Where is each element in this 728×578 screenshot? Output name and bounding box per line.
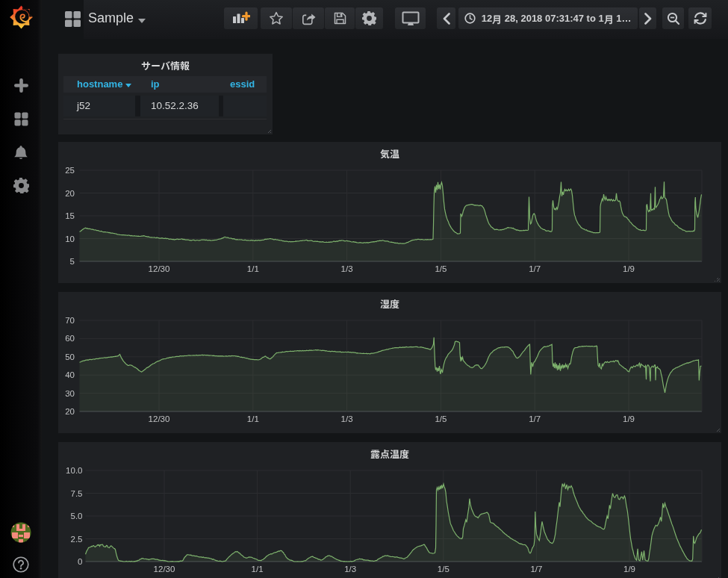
svg-text:1/3: 1/3 bbox=[341, 414, 353, 423]
svg-text:1/1: 1/1 bbox=[252, 565, 264, 574]
svg-text:15: 15 bbox=[65, 211, 75, 220]
svg-text:1/7: 1/7 bbox=[530, 565, 542, 574]
svg-text:20: 20 bbox=[65, 189, 75, 198]
svg-text:7.5: 7.5 bbox=[71, 489, 83, 498]
svg-text:12/30: 12/30 bbox=[154, 565, 175, 574]
svg-text:10: 10 bbox=[65, 234, 75, 243]
svg-text:1/9: 1/9 bbox=[623, 414, 635, 423]
svg-text:1/7: 1/7 bbox=[529, 264, 541, 273]
svg-text:70: 70 bbox=[65, 316, 75, 325]
svg-text:1/9: 1/9 bbox=[623, 565, 635, 574]
svg-text:0: 0 bbox=[78, 557, 82, 566]
svg-text:1/3: 1/3 bbox=[341, 264, 353, 273]
svg-text:5.0: 5.0 bbox=[71, 512, 83, 520]
svg-text:60: 60 bbox=[65, 334, 75, 343]
svg-text:1/5: 1/5 bbox=[438, 565, 449, 574]
svg-text:12/30: 12/30 bbox=[149, 414, 170, 423]
svg-text:1/5: 1/5 bbox=[435, 264, 447, 273]
svg-text:40: 40 bbox=[65, 370, 75, 379]
svg-text:5: 5 bbox=[70, 257, 75, 266]
svg-text:1/7: 1/7 bbox=[529, 414, 541, 423]
svg-text:25: 25 bbox=[65, 166, 75, 175]
svg-text:30: 30 bbox=[65, 389, 75, 398]
svg-text:1/3: 1/3 bbox=[344, 565, 356, 574]
svg-text:2.5: 2.5 bbox=[71, 535, 83, 544]
svg-text:10.0: 10.0 bbox=[66, 466, 82, 475]
svg-text:12/30: 12/30 bbox=[149, 264, 170, 273]
svg-text:50: 50 bbox=[65, 352, 75, 361]
svg-text:1/1: 1/1 bbox=[247, 414, 259, 423]
svg-text:1/5: 1/5 bbox=[435, 414, 447, 423]
svg-text:20: 20 bbox=[65, 407, 75, 416]
svg-text:1/1: 1/1 bbox=[247, 264, 259, 273]
svg-text:1/9: 1/9 bbox=[623, 264, 635, 273]
